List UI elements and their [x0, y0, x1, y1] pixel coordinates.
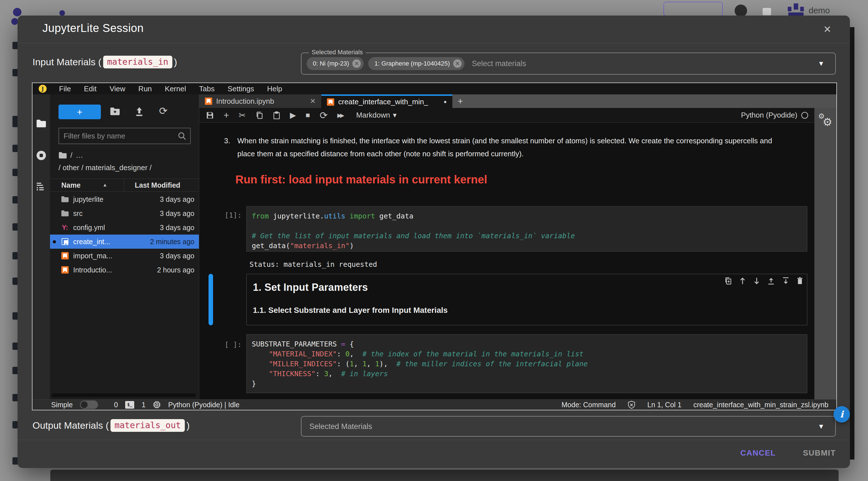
chevron-down-icon: ▼ — [818, 422, 825, 430]
file-row-src[interactable]: src 3 days ago — [50, 206, 199, 220]
chevron-down-icon[interactable]: ▼ — [818, 60, 825, 67]
terminal-icon[interactable]: $_ — [125, 401, 134, 409]
save-icon[interactable] — [206, 111, 214, 119]
move-cell-up-icon[interactable] — [739, 277, 746, 285]
file-list-header[interactable]: Name ▲ Last Modified — [50, 179, 199, 191]
divider — [124, 179, 124, 191]
upload-icon[interactable] — [135, 107, 144, 116]
materials-in-chip: materials_in — [103, 56, 173, 68]
jupyterlab-frame: J File Edit View Run Kernel Tabs Setting… — [32, 83, 837, 410]
delete-cell-icon[interactable] — [797, 277, 803, 285]
file-row-jupyterlite[interactable]: jupyterlite 3 days ago — [50, 192, 199, 206]
bg-sidebar-icon — [12, 457, 18, 464]
material-chip-0[interactable]: 0: Ni (mp-23) ✕ — [307, 57, 364, 70]
column-name[interactable]: Name — [61, 181, 81, 189]
tab-introduction[interactable]: Introduction.ipynb ✕ — [199, 94, 321, 108]
menu-view[interactable]: View — [110, 85, 125, 93]
insert-cell-below-icon[interactable] — [782, 277, 789, 285]
menu-settings[interactable]: Settings — [227, 85, 254, 93]
breadcrumb-path[interactable]: / other / materials_designer / — [59, 163, 152, 172]
jupyter-menubar: J File Edit View Run Kernel Tabs Setting… — [32, 83, 836, 94]
menu-kernel[interactable]: Kernel — [165, 85, 186, 93]
new-launcher-button[interactable]: + — [59, 104, 101, 119]
cancel-button[interactable]: CANCEL — [740, 449, 776, 457]
info-button[interactable]: i — [834, 406, 850, 422]
file-modified: 3 days ago — [160, 252, 194, 260]
add-cell-icon[interactable]: + — [223, 110, 229, 121]
file-name: src — [73, 209, 160, 218]
running-kernels-icon[interactable] — [36, 150, 46, 160]
simple-mode-toggle[interactable] — [80, 400, 98, 409]
file-row-create-interface-selected[interactable]: create_int... 2 minutes ago — [50, 235, 199, 249]
kernel-status-icon — [801, 112, 808, 119]
sort-asc-icon: ▲ — [102, 182, 107, 188]
bg-sidebar-icon — [12, 421, 18, 428]
code-cell-2[interactable]: SUBSTRATE_PARAMETERS = { "MATERIAL_INDEX… — [246, 334, 807, 393]
move-cell-down-icon[interactable] — [753, 277, 760, 285]
restart-run-all-icon[interactable]: ▶▶ — [337, 112, 345, 119]
table-of-contents-icon[interactable] — [36, 182, 46, 191]
file-row-import-materials[interactable]: import_ma... 3 days ago — [50, 249, 199, 263]
code-cell-1[interactable]: from jupyterlite.utils import get_data #… — [246, 206, 807, 251]
kernel-status-text[interactable]: Python (Pyodide) | Idle — [168, 401, 239, 409]
chip-remove-icon[interactable]: ✕ — [453, 59, 462, 68]
paste-cells-icon[interactable] — [273, 111, 280, 119]
submit-button[interactable]: SUBMIT — [803, 449, 836, 457]
new-folder-icon[interactable] — [110, 107, 120, 116]
duplicate-cell-icon[interactable] — [724, 277, 732, 285]
chip-remove-icon[interactable]: ✕ — [352, 59, 361, 68]
menu-edit[interactable]: Edit — [84, 85, 97, 93]
bg-sidebar-icon — [12, 312, 18, 320]
cell-type-select[interactable]: Markdown ▾ — [356, 111, 397, 120]
copy-cells-icon[interactable] — [255, 111, 264, 119]
select-materials-placeholder[interactable]: Select materials — [472, 59, 526, 68]
insert-cell-above-icon[interactable] — [767, 277, 775, 285]
notebook-tabbar: Introduction.ipynb ✕ create_interface_wi… — [199, 94, 836, 108]
output-materials-prefix: Output Materials ( — [32, 420, 109, 431]
selected-materials-field[interactable]: Selected Materials 0: Ni (mp-23) ✕ 1: Gr… — [301, 53, 836, 74]
bg-sidebar-icon — [12, 394, 18, 401]
output-materials-select[interactable]: Selected Materials ▼ — [301, 416, 836, 437]
property-inspector-icon[interactable]: ⚙ ⚙ — [818, 113, 833, 128]
tab-label: create_interface_with_min_ — [338, 97, 428, 106]
restart-kernel-icon[interactable]: ⟳ — [319, 110, 328, 121]
tab-close-icon[interactable]: ✕ — [310, 97, 316, 105]
file-browser-panel: + ⟳ Filter files by name / … — [50, 94, 199, 399]
breadcrumb-ellipsis[interactable]: … — [76, 151, 83, 160]
new-tab-button[interactable]: + — [453, 94, 468, 108]
refresh-icon[interactable]: ⟳ — [159, 105, 167, 117]
breadcrumb-root[interactable]: / — [70, 151, 72, 160]
file-row-introduction[interactable]: Introductio... 2 hours ago — [50, 263, 199, 277]
markdown-cell-selected[interactable]: 1. Set Input Parameters 1.1. Select Subs… — [246, 274, 807, 325]
menu-file[interactable]: File — [59, 85, 71, 93]
horizontal-scrollbar[interactable] — [52, 393, 196, 397]
kernel-indicator[interactable]: Python (Pyodide) — [741, 111, 808, 120]
notebook-icon — [61, 252, 69, 260]
interrupt-kernel-icon[interactable]: ■ — [306, 111, 310, 120]
file-modified: 3 days ago — [160, 223, 194, 232]
bg-app-logo — [11, 18, 18, 25]
bg-outlined-button — [663, 2, 723, 17]
kernel-chip-icon[interactable] — [153, 401, 161, 409]
file-browser-icon[interactable] — [36, 119, 46, 128]
command-mode-text[interactable]: Mode: Command — [561, 401, 616, 409]
filter-files-input[interactable]: Filter files by name — [59, 128, 191, 144]
notebook-content[interactable]: 3. When the strain matching is finished,… — [199, 123, 814, 399]
run-cell-icon[interactable]: ▶ — [290, 111, 296, 120]
unsaved-changes-dot[interactable]: ● — [444, 99, 447, 105]
breadcrumb[interactable]: / … — [59, 151, 83, 160]
close-icon[interactable]: × — [819, 21, 836, 38]
list-text: When the strain matching is finished, th… — [237, 134, 788, 160]
material-chip-1[interactable]: 1: Graphene (mp-1040425) ✕ — [368, 57, 465, 70]
menu-run[interactable]: Run — [138, 85, 152, 93]
column-last-modified[interactable]: Last Modified — [135, 181, 180, 189]
cut-cells-icon[interactable]: ✂ — [239, 110, 246, 120]
tab-create-interface[interactable]: create_interface_with_min_ ● — [321, 94, 453, 108]
cursor-position[interactable]: Ln 1, Col 1 — [647, 401, 682, 409]
running-indicator-dot — [53, 240, 56, 243]
menu-tabs[interactable]: Tabs — [199, 85, 214, 93]
file-row-config-yml[interactable]: Y: config.yml 3 days ago — [50, 220, 199, 235]
notification-shield-icon[interactable] — [627, 401, 636, 409]
menu-help[interactable]: Help — [267, 85, 282, 93]
screen: demo JupyterLite Session × Input Materia… — [0, 0, 868, 481]
